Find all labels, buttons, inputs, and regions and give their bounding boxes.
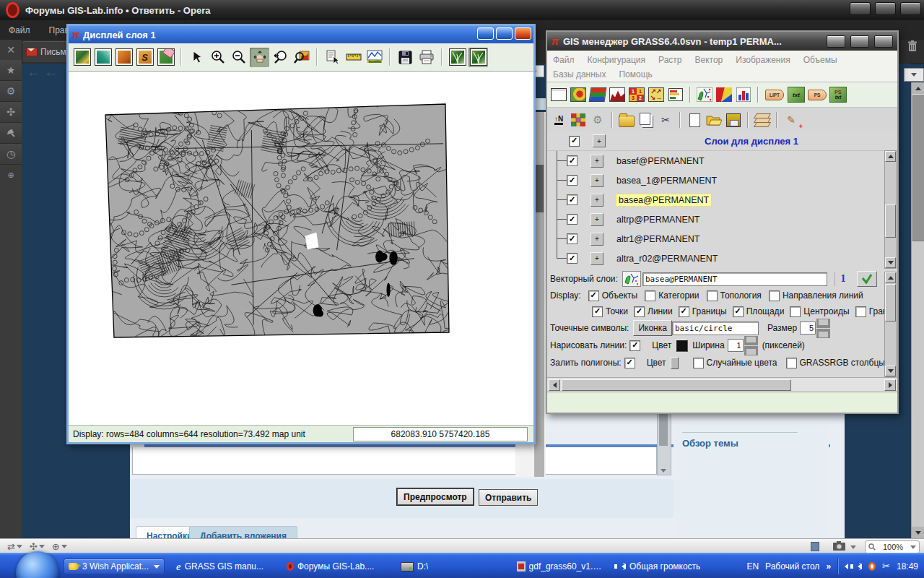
menu-config[interactable]: Конфигурация	[588, 55, 646, 65]
layers-stack-icon[interactable]	[754, 111, 771, 129]
gis-titlebar[interactable]: π GIS менеджер GRASS6.4.0svn - temp1 PER…	[547, 32, 897, 51]
layer-row[interactable]: + altrp@PERMANENT	[547, 210, 897, 229]
cut-tray-icon[interactable]: ✂	[882, 561, 890, 571]
digitize-pencil-icon[interactable]: ✎	[783, 111, 800, 129]
scroll-up-icon[interactable]	[885, 272, 896, 283]
new-file-icon[interactable]	[686, 111, 703, 129]
rgb-layers-icon[interactable]	[589, 86, 606, 103]
scroll-right-icon[interactable]	[884, 379, 896, 391]
topology-checkbox[interactable]	[707, 290, 718, 301]
message-textarea[interactable]	[132, 447, 657, 475]
back-icon[interactable]: ←	[27, 64, 40, 80]
layer-name[interactable]: altra_r02@PERMANENT	[616, 254, 718, 264]
desktop-toolbar-label[interactable]: Рабочий стол	[765, 561, 819, 571]
copy-icon[interactable]	[637, 111, 655, 129]
sketch-icon[interactable]: S	[135, 48, 154, 67]
gear-icon[interactable]: ⚙	[589, 111, 606, 129]
badge-icon[interactable]	[811, 542, 819, 551]
opera-tray-icon[interactable]	[868, 562, 876, 571]
add-panel-icon[interactable]: ⊕	[0, 165, 22, 185]
vector-map-icon[interactable]	[622, 271, 641, 287]
minimize-button[interactable]	[477, 27, 494, 40]
map-canvas[interactable]	[69, 71, 533, 426]
layer-list-scrollbar[interactable]	[884, 150, 897, 269]
vector-map-icon[interactable]	[696, 86, 713, 103]
fill-color-swatch[interactable]	[671, 357, 679, 369]
map-window-titlebar[interactable]: π Дисплей слоя 1	[69, 26, 533, 43]
points-checkbox[interactable]	[592, 306, 603, 317]
menu-vector[interactable]: Вектор	[695, 55, 723, 65]
cut-icon[interactable]: ✂	[657, 111, 674, 129]
folder-icon[interactable]	[618, 111, 635, 129]
tools-icon[interactable]: ✕	[0, 40, 22, 60]
layer-expand-button[interactable]: +	[590, 194, 603, 207]
layer-expand-button[interactable]: +	[590, 155, 603, 168]
faces-checkbox[interactable]	[855, 306, 866, 317]
query-icon[interactable]	[292, 48, 311, 67]
minimize-button[interactable]	[850, 2, 871, 15]
chevron-right-icon[interactable]: »	[826, 561, 831, 571]
pan-icon[interactable]	[250, 48, 269, 67]
apply-check-icon[interactable]	[857, 271, 877, 287]
save-icon[interactable]	[396, 48, 415, 67]
taskbar-button-drive[interactable]: D:\	[396, 558, 437, 574]
digitizer-active-icon[interactable]	[468, 48, 488, 67]
scroll-up-icon[interactable]	[885, 151, 896, 162]
vector-layer-field[interactable]: basea@PERMANENT	[642, 272, 827, 286]
postscript-txt-icon[interactable]: PStxt	[829, 86, 847, 103]
print-icon[interactable]	[417, 48, 436, 67]
width-spinner[interactable]: 1	[728, 336, 758, 355]
scroll-up-icon[interactable]	[912, 82, 924, 94]
layer-expand-button[interactable]: +	[590, 233, 603, 246]
chevron-down-icon[interactable]	[850, 545, 856, 549]
layer-visibility-checkbox[interactable]	[567, 233, 578, 244]
settings-gear-icon[interactable]: ⚙	[0, 81, 22, 102]
history-clock-icon[interactable]: ◷	[0, 144, 22, 165]
line-directions-checkbox[interactable]	[769, 290, 780, 301]
scrollbar-thumb[interactable]	[535, 165, 544, 212]
layer-visibility-checkbox[interactable]	[567, 194, 578, 205]
ruler-icon[interactable]	[344, 48, 363, 67]
opera-titlebar[interactable]: Форумы GIS-Lab.info • Ответить - Opera	[0, 0, 924, 20]
trash-icon[interactable]	[907, 40, 918, 55]
tab-attachments[interactable]: Добавить вложения	[189, 526, 297, 538]
close-button[interactable]	[874, 35, 893, 48]
zoom-back-icon[interactable]	[271, 48, 290, 67]
erase-icon[interactable]	[156, 48, 175, 67]
scroll-down-icon[interactable]	[885, 257, 896, 268]
scrollbar-thumb[interactable]	[912, 95, 924, 241]
turbo-globe-icon[interactable]: ⊕	[52, 541, 67, 552]
arrows-icon[interactable]: ↗↗↘→	[648, 86, 665, 103]
close-button[interactable]	[900, 2, 921, 15]
line-color-swatch[interactable]	[676, 340, 688, 352]
menu-file[interactable]: Файл	[9, 25, 30, 35]
histogram-icon[interactable]	[609, 86, 626, 103]
scrollbar-thumb[interactable]	[885, 204, 896, 238]
random-colors-checkbox[interactable]	[693, 358, 704, 368]
chevron-down-icon[interactable]	[910, 545, 916, 549]
menu-volumes[interactable]: Объемы	[803, 55, 837, 65]
scroll-left-icon[interactable]	[549, 379, 560, 391]
scrollbar-thumb[interactable]	[562, 379, 791, 391]
taskbar-button-grass-manual[interactable]: e GRASS GIS manu...	[171, 558, 272, 574]
options-scrollbar[interactable]	[884, 272, 897, 377]
zoom-out-icon[interactable]	[229, 48, 248, 67]
dropdown-button[interactable]	[904, 68, 924, 82]
scroll-down-icon[interactable]	[885, 366, 896, 376]
labels-lipt-icon[interactable]: LIPT	[764, 86, 785, 103]
scroll-down-icon[interactable]	[661, 469, 666, 473]
textarea-scrollbar[interactable]	[657, 405, 671, 475]
cell-values-icon[interactable]: 1132	[628, 86, 645, 103]
draw-lines-checkbox[interactable]	[629, 340, 640, 351]
layer-row[interactable]: + altra_r02@PERMANENT	[547, 249, 897, 268]
expand-button[interactable]: +	[593, 134, 606, 147]
maximize-button[interactable]	[875, 2, 896, 15]
objects-checkbox[interactable]	[588, 290, 599, 301]
legend-icon[interactable]	[667, 86, 684, 103]
scrollbar-thumb[interactable]	[885, 284, 896, 322]
layer-name[interactable]: altrp@PERMANENT	[616, 215, 700, 225]
menu-raster[interactable]: Растр	[658, 55, 681, 65]
mail-tab[interactable]: Письм	[22, 41, 72, 62]
layer-row[interactable]: + basea@PERMANENT	[547, 190, 897, 210]
profile-icon[interactable]	[365, 48, 384, 67]
